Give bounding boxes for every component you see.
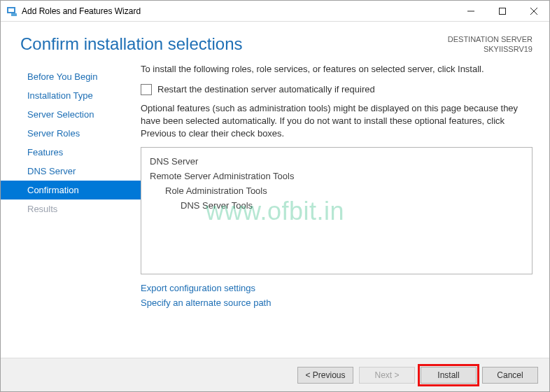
wizard-window: Add Roles and Features Wizard Confirm in…	[0, 0, 550, 392]
page-title: Confirm installation selections	[20, 34, 242, 54]
wizard-body: Confirm installation selections DESTINAT…	[1, 22, 549, 358]
destination-server-block: DESTINATION SERVER SKYIISSRV19	[448, 34, 533, 55]
previous-button[interactable]: < Previous	[297, 367, 353, 384]
alternate-source-link[interactable]: Specify an alternate source path	[141, 298, 271, 308]
nav-before-you-begin[interactable]: Before You Begin	[1, 67, 141, 86]
list-item: Role Administration Tools	[150, 184, 523, 199]
main-panel: To install the following roles, role ser…	[141, 63, 533, 311]
window-title: Add Roles and Features Wizard	[22, 6, 455, 16]
minimize-button[interactable]	[455, 1, 486, 21]
install-button[interactable]: Install	[421, 367, 477, 384]
nav-installation-type[interactable]: Installation Type	[1, 86, 141, 105]
nav-dns-server[interactable]: DNS Server	[1, 162, 141, 181]
header-row: Confirm installation selections DESTINAT…	[1, 22, 549, 55]
cancel-button[interactable]: Cancel	[482, 367, 538, 384]
list-item: Remote Server Administration Tools	[150, 169, 523, 184]
titlebar: Add Roles and Features Wizard	[1, 1, 549, 22]
next-button: Next >	[359, 367, 415, 384]
nav-confirmation[interactable]: Confirmation	[1, 181, 141, 200]
nav-server-roles[interactable]: Server Roles	[1, 124, 141, 143]
svg-rect-4	[499, 8, 505, 14]
close-button[interactable]	[518, 1, 549, 21]
wizard-footer: < Previous Next > Install Cancel	[1, 358, 549, 391]
nav-results: Results	[1, 200, 141, 218]
list-item: DNS Server Tools	[150, 199, 523, 214]
export-config-link[interactable]: Export configuration settings	[141, 283, 255, 293]
links-block: Export configuration settings Specify an…	[141, 281, 533, 311]
destination-label: DESTINATION SERVER	[448, 34, 533, 44]
content-area: Before You Begin Installation Type Serve…	[1, 55, 549, 311]
destination-server-name: SKYIISSRV19	[448, 44, 533, 54]
restart-checkbox[interactable]	[141, 84, 152, 95]
nav-features[interactable]: Features	[1, 143, 141, 162]
instruction-text: To install the following roles, role ser…	[141, 63, 533, 76]
list-item: DNS Server	[150, 155, 523, 169]
nav-server-selection[interactable]: Server Selection	[1, 105, 141, 124]
window-controls	[455, 1, 549, 21]
optional-features-text: Optional features (such as administratio…	[141, 102, 533, 141]
selections-listbox[interactable]: DNS Server Remote Server Administration …	[141, 147, 533, 274]
server-manager-icon	[6, 6, 17, 17]
svg-rect-2	[11, 13, 17, 16]
restart-checkbox-label: Restart the destination server automatic…	[157, 84, 375, 94]
wizard-nav: Before You Begin Installation Type Serve…	[1, 63, 141, 311]
svg-rect-1	[8, 8, 14, 12]
restart-checkbox-row: Restart the destination server automatic…	[141, 84, 533, 95]
maximize-button[interactable]	[486, 1, 518, 21]
